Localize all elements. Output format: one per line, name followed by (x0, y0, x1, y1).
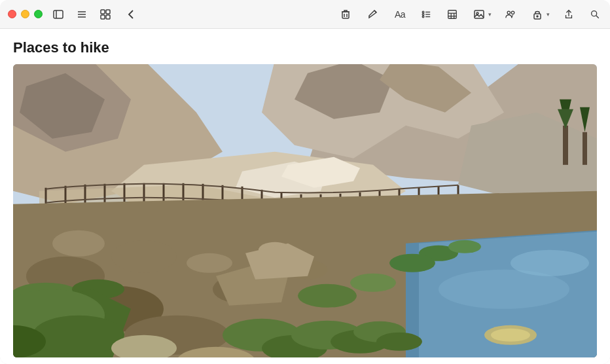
list-view-button[interactable] (74, 7, 90, 22)
lock-button-group[interactable]: ▾ (529, 7, 550, 22)
back-button[interactable] (121, 7, 141, 22)
svg-rect-0 (54, 10, 63, 18)
svg-rect-7 (101, 15, 105, 19)
collaboration-button[interactable] (503, 7, 518, 22)
delete-button[interactable] (338, 7, 353, 22)
checklist-button[interactable] (419, 7, 433, 22)
sidebar-toggle-button[interactable] (50, 7, 66, 22)
notes-window: Aa (0, 0, 610, 364)
lock-chevron-icon: ▾ (547, 11, 550, 18)
toolbar-right: Aa (338, 7, 602, 22)
svg-rect-24 (475, 10, 484, 18)
svg-rect-51 (583, 132, 587, 165)
note-image (13, 64, 597, 357)
compose-button[interactable] (365, 7, 381, 22)
lock-button[interactable] (529, 7, 545, 22)
svg-point-26 (507, 11, 510, 14)
svg-point-103 (33, 316, 124, 355)
grid-view-button[interactable] (98, 7, 113, 22)
svg-point-29 (537, 16, 538, 17)
close-button[interactable] (8, 10, 16, 18)
svg-rect-6 (106, 10, 110, 14)
svg-point-91 (350, 274, 396, 292)
svg-point-15 (422, 13, 424, 15)
svg-rect-5 (101, 10, 105, 14)
maximize-button[interactable] (34, 10, 43, 18)
media-chevron-icon: ▾ (488, 11, 492, 18)
svg-point-27 (511, 11, 514, 14)
svg-point-13 (422, 11, 424, 13)
svg-rect-9 (342, 12, 349, 18)
note-content: Places to hike (0, 29, 610, 364)
svg-point-90 (298, 284, 357, 308)
svg-rect-19 (448, 10, 456, 18)
svg-point-112 (376, 333, 422, 351)
table-button[interactable] (445, 7, 459, 22)
svg-point-97 (491, 329, 530, 342)
svg-point-78 (111, 240, 177, 273)
svg-point-100 (389, 254, 435, 272)
search-button[interactable] (588, 7, 602, 22)
media-button[interactable] (471, 7, 487, 22)
toolbar-left (50, 7, 141, 22)
svg-point-77 (52, 230, 105, 257)
svg-line-31 (596, 15, 599, 18)
titlebar: Aa (0, 0, 610, 29)
format-text-button[interactable]: Aa (393, 7, 407, 22)
svg-line-12 (374, 10, 376, 12)
svg-point-80 (187, 253, 232, 273)
svg-point-17 (422, 16, 424, 18)
note-title: Places to hike (13, 39, 597, 56)
svg-rect-8 (106, 15, 110, 19)
share-button[interactable] (562, 7, 576, 22)
svg-point-30 (592, 10, 597, 16)
svg-point-99 (448, 240, 481, 253)
svg-rect-48 (563, 126, 568, 165)
minimize-button[interactable] (21, 10, 29, 18)
media-button-group[interactable]: ▾ (471, 7, 492, 22)
svg-point-95 (511, 250, 589, 276)
traffic-lights (8, 10, 43, 18)
